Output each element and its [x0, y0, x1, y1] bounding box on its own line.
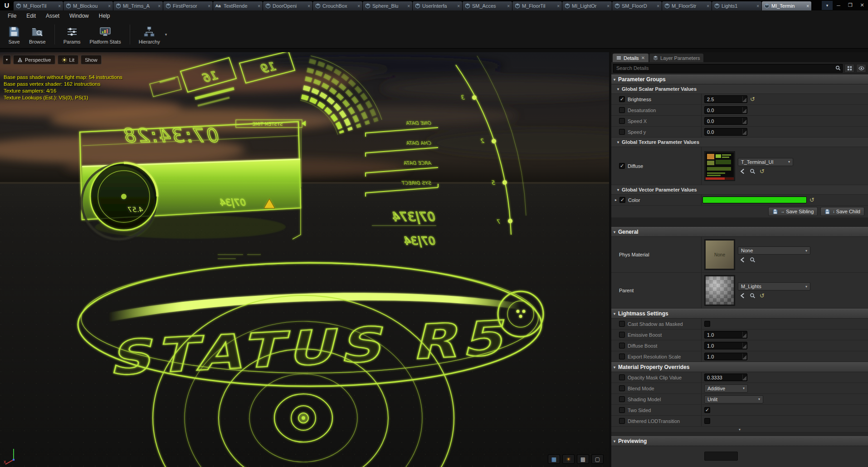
- asset-tab[interactable]: FirstPersor×: [163, 1, 213, 10]
- color-swatch[interactable]: [702, 197, 807, 203]
- override-checkbox[interactable]: [619, 107, 625, 113]
- value-checkbox[interactable]: [704, 407, 710, 413]
- tab-details[interactable]: Details ✕: [613, 54, 649, 62]
- value-spinner[interactable]: [742, 374, 746, 380]
- asset-tab[interactable]: M_FloorTil×: [14, 1, 63, 10]
- preview-mesh-thumbnail[interactable]: [704, 452, 738, 461]
- section-parameter-groups[interactable]: ▾ Parameter Groups: [611, 74, 868, 84]
- perspective-button[interactable]: Perspective: [13, 55, 55, 64]
- value-input[interactable]: 1.0: [704, 353, 747, 360]
- asset-tab[interactable]: MI_LightOr×: [562, 1, 612, 10]
- parent-thumbnail[interactable]: [704, 275, 735, 306]
- material-preview-viewport[interactable]: 07:34:28 SYSTEM TIME 4.57 07|34: [0, 52, 609, 467]
- tab-close-icon[interactable]: ×: [656, 4, 659, 9]
- menu-file[interactable]: File: [3, 10, 21, 21]
- section-material-property-overrides[interactable]: ▾ Material Property Overrides: [611, 362, 868, 372]
- params-button[interactable]: Params: [59, 24, 85, 46]
- lit-mode-button[interactable]: Lit: [58, 55, 79, 64]
- phys-material-dropdown[interactable]: None ▾: [738, 246, 810, 255]
- browse-to-asset-icon[interactable]: [750, 293, 756, 299]
- tab-layer-parameters[interactable]: Layer Parameters: [649, 54, 703, 62]
- tab-close-icon[interactable]: ✕: [641, 55, 645, 60]
- tab-close-icon[interactable]: ×: [157, 4, 161, 9]
- section-previewing[interactable]: ▾ Previewing: [611, 436, 868, 446]
- asset-tab[interactable]: Sphere_Blu×: [363, 1, 412, 10]
- value-spinner[interactable]: [742, 107, 746, 113]
- visibility-filter-button[interactable]: [856, 64, 866, 73]
- value-input[interactable]: 0.0: [704, 117, 747, 125]
- asset-tab[interactable]: CrouchBox×: [313, 1, 362, 10]
- close-button[interactable]: ✕: [856, 0, 868, 10]
- section-global-scalar[interactable]: ▾ Global Scalar Parameter Values: [611, 84, 868, 94]
- section-global-vector[interactable]: ▾ Global Vector Parameter Values: [611, 185, 868, 195]
- use-selected-asset-icon[interactable]: [740, 257, 746, 263]
- value-spinner[interactable]: [742, 354, 746, 359]
- tab-close-icon[interactable]: ×: [356, 4, 360, 9]
- override-checkbox[interactable]: [619, 163, 625, 169]
- reset-to-default-icon[interactable]: ↺: [760, 293, 765, 299]
- tab-close-icon[interactable]: ×: [506, 4, 510, 9]
- background-toggle-icon[interactable]: ▩: [577, 454, 589, 464]
- asset-tab-active[interactable]: MI_Termin×: [762, 1, 811, 10]
- save-child-button[interactable]: ↓ Save Child: [820, 207, 864, 216]
- asset-tab[interactable]: SM_Acces×: [463, 1, 512, 10]
- tab-close-icon[interactable]: ×: [207, 4, 210, 9]
- tab-overflow-icon[interactable]: ▾: [822, 1, 833, 10]
- value-spinner[interactable]: [742, 96, 746, 102]
- section-global-texture[interactable]: ▾ Global Texture Parameter Values: [611, 138, 868, 147]
- expand-icon[interactable]: ▸: [615, 198, 617, 202]
- blend-mode-dropdown[interactable]: Additive ▾: [704, 384, 748, 393]
- viewport-options-button[interactable]: ▾: [3, 55, 11, 64]
- asset-tab[interactable]: M_FloorStr×: [662, 1, 712, 10]
- value-input[interactable]: 2.5: [704, 95, 747, 103]
- override-checkbox[interactable]: [619, 321, 625, 327]
- maximize-button[interactable]: ❐: [844, 0, 856, 10]
- menu-edit[interactable]: Edit: [21, 10, 41, 21]
- override-checkbox[interactable]: [619, 197, 625, 203]
- value-spinner[interactable]: [742, 332, 746, 338]
- override-checkbox[interactable]: [619, 385, 625, 391]
- value-checkbox[interactable]: [704, 321, 710, 327]
- value-spinner[interactable]: [742, 118, 746, 124]
- sky-toggle-icon[interactable]: ☀: [562, 454, 575, 464]
- asset-tab[interactable]: DoorOpeni×: [263, 1, 312, 10]
- menu-asset[interactable]: Asset: [41, 10, 64, 21]
- grid-toggle-icon[interactable]: ▦: [548, 454, 560, 464]
- tab-close-icon[interactable]: ×: [756, 4, 759, 9]
- tab-close-icon[interactable]: ×: [307, 4, 310, 9]
- asset-tab[interactable]: MI_Trims_A×: [113, 1, 163, 10]
- value-input[interactable]: 0.3333: [704, 374, 747, 381]
- override-checkbox[interactable]: [619, 343, 625, 349]
- save-sibling-button[interactable]: → Save Sibling: [768, 207, 818, 216]
- use-selected-asset-icon[interactable]: [740, 293, 746, 299]
- value-input[interactable]: 1.0: [704, 342, 747, 349]
- texture-thumbnail[interactable]: [704, 151, 735, 181]
- override-checkbox[interactable]: [619, 418, 625, 424]
- override-checkbox[interactable]: [619, 118, 625, 124]
- override-checkbox[interactable]: [619, 354, 625, 359]
- platform-stats-button[interactable]: Platform Stats: [85, 24, 126, 46]
- value-input[interactable]: 0.0: [704, 128, 747, 136]
- asset-tab[interactable]: AaTextRende×: [213, 1, 263, 10]
- asset-tab[interactable]: M_Blockou×: [63, 1, 113, 10]
- override-checkbox[interactable]: [619, 96, 625, 102]
- override-checkbox[interactable]: [619, 396, 625, 402]
- value-spinner[interactable]: [742, 343, 746, 349]
- minimize-button[interactable]: ─: [833, 0, 844, 10]
- browse-button[interactable]: Browse: [24, 24, 50, 46]
- search-input[interactable]: [613, 64, 843, 73]
- menu-help[interactable]: Help: [94, 10, 115, 21]
- show-button[interactable]: Show: [81, 55, 102, 64]
- floor-toggle-icon[interactable]: ▢: [591, 454, 604, 464]
- reset-to-default-icon[interactable]: ↺: [750, 96, 755, 102]
- tab-close-icon[interactable]: ×: [606, 4, 610, 9]
- asset-tab[interactable]: Lights1×: [712, 1, 761, 10]
- tab-close-icon[interactable]: ×: [257, 4, 260, 9]
- override-checkbox[interactable]: [619, 407, 625, 413]
- asset-tab[interactable]: UserInterfa×: [413, 1, 462, 10]
- parent-material-dropdown[interactable]: M_Lights ▾: [738, 282, 810, 290]
- tab-close-icon[interactable]: ×: [406, 4, 410, 9]
- override-checkbox[interactable]: [619, 129, 625, 135]
- asset-tab[interactable]: M_FloorTil×: [512, 1, 562, 10]
- texture-asset-dropdown[interactable]: T_Terminal_UI ▾: [738, 158, 793, 166]
